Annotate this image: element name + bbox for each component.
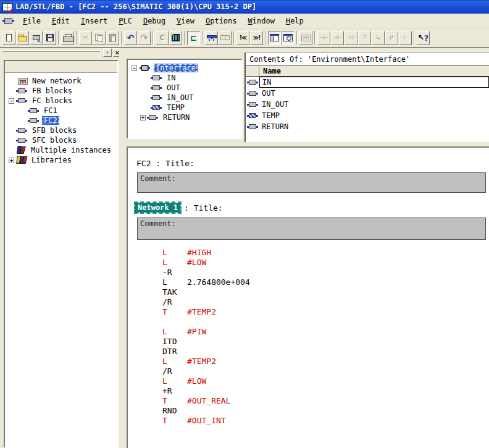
- block-title[interactable]: FC2 : Title:: [136, 159, 194, 168]
- menu-debug[interactable]: Debug: [138, 15, 171, 27]
- tree-item-multiple-instances[interactable]: Multiple instances: [5, 145, 117, 155]
- mdi-document-icon[interactable]: [4, 18, 12, 24]
- stl-line[interactable]: +R: [128, 386, 489, 396]
- detail-view-toggle[interactable]: [282, 31, 295, 45]
- table-row[interactable]: RETURN: [246, 121, 489, 132]
- menu-edit[interactable]: Edit: [46, 15, 75, 27]
- expander-minus[interactable]: -: [132, 66, 137, 71]
- menu-window[interactable]: Window: [243, 15, 280, 27]
- toolbar-separator: [121, 31, 122, 44]
- menu-options[interactable]: Options: [200, 15, 243, 27]
- tree-item-fc-blocks[interactable]: - FC blocks: [5, 96, 117, 106]
- stl-line[interactable]: L#PIW: [128, 327, 489, 337]
- menu-insert[interactable]: Insert: [75, 15, 113, 27]
- stl-line[interactable]: RND: [128, 406, 489, 416]
- tree-item-sfb-blocks[interactable]: SFB blocks: [5, 125, 117, 135]
- tree-item-out[interactable]: OUT: [128, 83, 241, 93]
- network-badge[interactable]: Network 1: [135, 203, 180, 213]
- stl-line[interactable]: L#HIGH: [128, 248, 489, 258]
- download-button[interactable]: [169, 31, 182, 45]
- tree-item-new-network[interactable]: New network: [5, 76, 117, 86]
- close-branch-button[interactable]: ↱: [385, 31, 398, 45]
- coil-button[interactable]: -( ): [345, 31, 357, 45]
- network-comment-box[interactable]: Comment:: [137, 218, 486, 240]
- stl-line[interactable]: -R: [128, 268, 489, 277]
- code-pane[interactable]: FC2 : Title: Comment: Network 1 : Title:…: [127, 146, 489, 448]
- compile-button[interactable]: C: [156, 31, 169, 45]
- vertical-splitter[interactable]: [119, 48, 127, 448]
- toolbar-separator: [58, 31, 59, 44]
- stl-line[interactable]: /R: [128, 366, 489, 376]
- print-button[interactable]: [61, 31, 74, 45]
- table-row[interactable]: IN_OUT: [246, 99, 489, 110]
- new-network-button[interactable]: [299, 31, 312, 45]
- undo-button[interactable]: ↶: [124, 31, 137, 45]
- panel-dropdown-button[interactable]: ▾: [103, 48, 112, 57]
- open-button[interactable]: [16, 31, 29, 45]
- interface-icon: [141, 65, 149, 71]
- stl-code: L#HIGH L#LOW -R L2.764800e+004 TAK /R T#…: [128, 248, 489, 426]
- tree-item-fc2[interactable]: FC2: [5, 116, 117, 125]
- tree-item-temp[interactable]: TEMP: [128, 103, 241, 112]
- network-title[interactable]: : Title:: [184, 203, 223, 213]
- stl-line[interactable]: T#OUT_INT: [128, 416, 489, 426]
- symbol-info-button[interactable]: [219, 31, 232, 45]
- cut-button[interactable]: ✂: [79, 31, 92, 45]
- tree-item-interface[interactable]: - Interface: [128, 63, 241, 73]
- contact-nc-button[interactable]: ⊣/⊢: [331, 31, 344, 45]
- toolbar-separator: [296, 31, 298, 44]
- expander-minus[interactable]: -: [9, 98, 14, 104]
- stl-line[interactable]: L#LOW: [128, 258, 489, 268]
- tree-item-fc1[interactable]: FC1: [5, 106, 117, 116]
- expander-plus[interactable]: +: [9, 158, 14, 163]
- menu-file[interactable]: File: [17, 15, 46, 27]
- stl-line[interactable]: /R: [128, 297, 489, 307]
- contact-no-button[interactable]: ⊣⊢: [317, 31, 330, 45]
- table-row[interactable]: TEMP: [246, 110, 489, 121]
- table-row[interactable]: OUT: [246, 88, 489, 99]
- connector-button[interactable]: ⊦: [399, 31, 412, 45]
- menu-view[interactable]: View: [171, 15, 200, 27]
- copy-button[interactable]: [93, 31, 106, 45]
- tree-item-sfc-blocks[interactable]: SFC blocks: [5, 135, 117, 145]
- toolbar-separator: [414, 31, 415, 44]
- goto-prev-error-button[interactable]: !≪: [236, 31, 249, 45]
- help-select-button[interactable]: ↖?: [417, 31, 430, 45]
- empty-box-button[interactable]: ??: [358, 31, 371, 45]
- stl-line[interactable]: T#TEMP2: [128, 307, 489, 317]
- tree-item-fb-blocks[interactable]: FB blocks: [5, 86, 117, 96]
- menu-help[interactable]: Help: [280, 15, 309, 27]
- panel-grip[interactable]: [2, 50, 100, 52]
- stl-line[interactable]: L2.764800e+004: [128, 277, 489, 287]
- stl-line[interactable]: L#LOW: [128, 376, 489, 386]
- tree-item-in-out[interactable]: IN_OUT: [128, 93, 241, 103]
- stl-line[interactable]: T#OUT_REAL: [128, 396, 489, 406]
- symbolic-display-toggle[interactable]: ⊏: [187, 31, 200, 45]
- menu-plc[interactable]: PLC: [113, 15, 138, 27]
- tree-item-in[interactable]: IN: [128, 73, 241, 83]
- paste-button[interactable]: [106, 31, 119, 45]
- overview-toggle[interactable]: [268, 31, 281, 45]
- block-folder-icon: [18, 128, 25, 133]
- tree-item-return[interactable]: + RETURN: [128, 112, 241, 122]
- program-elements-panel: New network FB blocks - FC blocks FC1 FC…: [4, 60, 119, 448]
- goto-next-error-button[interactable]: ≫!: [250, 31, 263, 45]
- stl-line[interactable]: DTR: [128, 347, 489, 357]
- expander-plus[interactable]: +: [140, 115, 146, 120]
- block-comment-box[interactable]: Comment:: [137, 172, 486, 193]
- redo-button[interactable]: ↷: [138, 31, 151, 45]
- block-folder-icon: [18, 98, 25, 103]
- table-row[interactable]: IN: [246, 77, 489, 88]
- program-elements-button[interactable]: [205, 31, 218, 45]
- open-branch-button[interactable]: ↳: [372, 31, 385, 45]
- redo-icon: ↷: [141, 33, 148, 42]
- tree-item-libraries[interactable]: + Libraries: [5, 155, 117, 165]
- stl-line[interactable]: TAK: [128, 287, 489, 297]
- download-block-button[interactable]: [30, 31, 43, 45]
- new-document-button[interactable]: [2, 31, 15, 45]
- stl-line[interactable]: L#TEMP2: [128, 357, 489, 366]
- stl-line[interactable]: ITD: [128, 337, 489, 347]
- stl-blank-line[interactable]: [128, 317, 489, 327]
- title-bar[interactable]: LAD/STL/FBD - [FC2 -- 256\SIMATIC 300(1)…: [0, 0, 489, 14]
- save-button[interactable]: [43, 31, 56, 45]
